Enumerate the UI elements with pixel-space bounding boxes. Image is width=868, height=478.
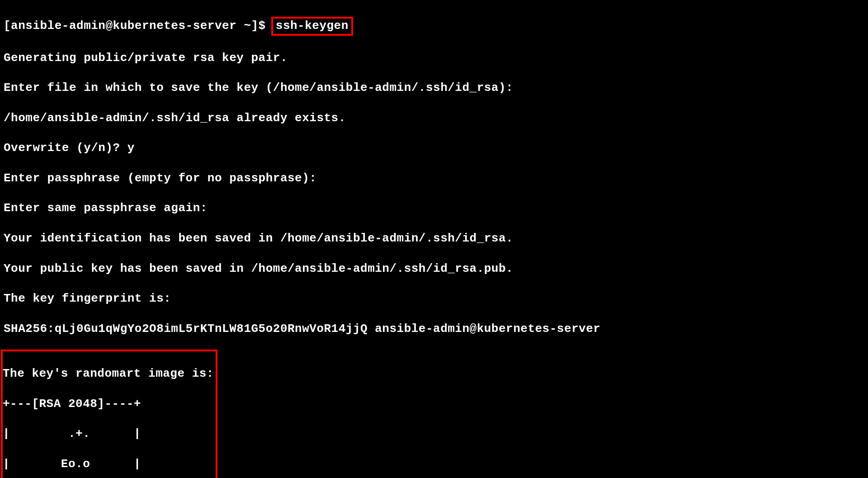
command-highlight: ssh-keygen	[271, 17, 353, 35]
output-line: Generating public/private rsa key pair.	[4, 51, 864, 66]
randomart-line: | Eo.o |	[3, 457, 214, 472]
prompt-text: [ansible-admin@kubernetes-server ~]$	[4, 19, 273, 33]
output-line: /home/ansible-admin/.ssh/id_rsa already …	[4, 111, 864, 126]
randomart-line: +---[RSA 2048]----+	[3, 397, 214, 412]
output-line: Enter file in which to save the key (/ho…	[4, 80, 864, 95]
fingerprint-line: SHA256:qLj0Gu1qWgYo2O8imL5rKTnLW81G5o20R…	[4, 322, 864, 336]
terminal-output[interactable]: [ansible-admin@kubernetes-server ~]$ ssh…	[4, 2, 864, 478]
output-line: Your public key has been saved in /home/…	[4, 261, 864, 276]
command-text: ssh-keygen	[276, 19, 349, 33]
output-line: Enter passphrase (empty for no passphras…	[4, 171, 864, 186]
output-line: Overwrite (y/n)? y	[4, 141, 864, 156]
output-line: Your identification has been saved in /h…	[4, 231, 864, 246]
randomart-highlight: The key's randomart image is: +---[RSA 2…	[1, 350, 217, 478]
output-line: Enter same passphrase again:	[4, 201, 864, 216]
randomart-header: The key's randomart image is:	[3, 366, 214, 381]
output-line: The key fingerprint is:	[4, 291, 864, 306]
randomart-line: | .+. |	[3, 426, 214, 441]
